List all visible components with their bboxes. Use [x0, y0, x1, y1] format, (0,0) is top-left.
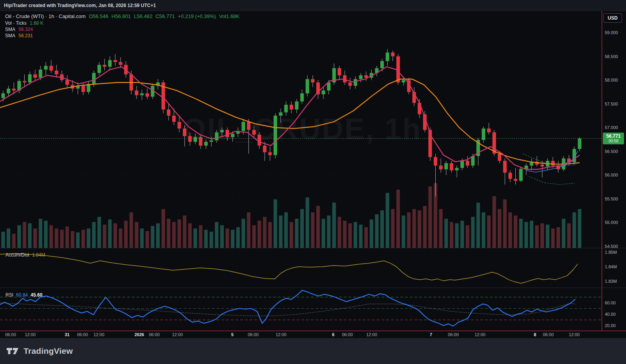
svg-text:6: 6: [332, 332, 334, 337]
svg-text:06:00: 06:00: [342, 332, 353, 337]
rsi-line: [0, 290, 575, 326]
svg-text:8: 8: [534, 332, 536, 337]
svg-text:06:00: 06:00: [77, 332, 88, 337]
attribution-text: HipiTrader created with TradingView.com,…: [4, 3, 156, 8]
close-value: C56.771: [155, 13, 175, 19]
footer-bar: TradingView: [0, 338, 626, 364]
sma-slow-legend-row: SMA 56.231: [5, 33, 239, 39]
svg-text:60.00: 60.00: [605, 300, 616, 305]
svg-text:06:00: 06:00: [543, 332, 554, 337]
price-axis-labels[interactable]: 59.00058.50058.00057.50057.00056.50056.0…: [605, 30, 618, 328]
svg-text:06:00: 06:00: [149, 332, 160, 337]
accum-dist-label[interactable]: Accum/Dist: [5, 252, 29, 258]
accum-dist-line: [0, 253, 578, 283]
attribution-bar: HipiTrader created with TradingView.com,…: [0, 0, 626, 11]
svg-text:40.00: 40.00: [605, 312, 616, 317]
sma-slow-label[interactable]: SMA: [5, 33, 15, 38]
symbol-title[interactable]: Oil - Crude (WTI) · 1h · Capital.com: [5, 13, 86, 19]
volume-indicator-label[interactable]: Vol · Ticks: [5, 20, 27, 26]
symbol-legend-row: Oil - Crude (WTI) · 1h · Capital.com O56…: [5, 13, 239, 19]
sma-fast-value: 56.324: [18, 27, 33, 32]
volume-indicator-value: 1.68 K: [30, 20, 44, 26]
svg-text:57.500: 57.500: [605, 102, 618, 106]
bar-countdown: 00:58: [603, 139, 624, 143]
svg-text:58.000: 58.000: [605, 78, 618, 82]
rsi-ma-value: 45.60: [31, 292, 42, 298]
svg-text:57.000: 57.000: [605, 125, 618, 130]
volume-bars-layer: [2, 183, 582, 248]
grid-layer: [0, 11, 602, 331]
open-value: O56.546: [89, 13, 108, 19]
svg-text:31: 31: [65, 332, 69, 337]
volume-value: Vol1.68K: [219, 13, 239, 19]
svg-text:06:00: 06:00: [248, 332, 259, 337]
last-price-value: 56.771: [603, 133, 624, 139]
svg-text:54.500: 54.500: [605, 244, 618, 249]
svg-text:12:00: 12:00: [276, 332, 287, 337]
currency-button[interactable]: USD: [603, 13, 622, 23]
svg-text:58.500: 58.500: [605, 54, 618, 59]
svg-text:20.00: 20.00: [605, 323, 616, 328]
tradingview-logo-icon[interactable]: [6, 346, 20, 356]
tradingview-wordmark[interactable]: TradingView: [24, 346, 73, 356]
svg-text:12:00: 12:00: [25, 332, 36, 337]
accum-dist-value: 1.84M: [32, 252, 45, 258]
svg-text:1.83M: 1.83M: [605, 279, 617, 284]
rsi-value: 60.84: [16, 292, 28, 298]
svg-text:12:00: 12:00: [93, 332, 104, 337]
change-value: +0.219 (+0.39%): [178, 13, 216, 19]
svg-text:55.500: 55.500: [605, 197, 618, 201]
svg-text:55.000: 55.000: [605, 220, 618, 225]
high-value: H56.801: [111, 13, 131, 19]
svg-text:56.500: 56.500: [605, 149, 618, 154]
tradingview-snapshot: { "header": {"attribution": "HipiTrader …: [0, 0, 626, 364]
rsi-legend: RSI 60.84 45.60: [5, 292, 42, 298]
last-price-label[interactable]: 56.771 00:58: [603, 133, 624, 144]
svg-text:1.85M: 1.85M: [605, 250, 617, 255]
sma-fast-legend-row: SMA 56.324: [5, 26, 239, 33]
svg-text:2026: 2026: [135, 332, 144, 337]
svg-text:12:00: 12:00: [172, 332, 183, 337]
accum-dist-legend: Accum/Dist 1.84M: [5, 252, 45, 258]
sma-slow-value: 56.231: [18, 33, 33, 38]
symbol-watermark: OIL_CRUDE, 1h: [183, 112, 422, 146]
sma-fast-label[interactable]: SMA: [5, 27, 15, 32]
svg-text:12:00: 12:00: [475, 332, 485, 337]
time-axis-labels[interactable]: 06:0012:003106:0012:00202606:0012:00506:…: [5, 332, 580, 337]
rsi-ma-line: [0, 303, 575, 316]
svg-text:12:00: 12:00: [366, 332, 377, 337]
chart-legend: Oil - Crude (WTI) · 1h · Capital.com O56…: [5, 13, 239, 39]
low-value: L56.482: [134, 13, 152, 19]
svg-text:5: 5: [231, 332, 234, 337]
volume-legend-row: Vol · Ticks 1.68 K: [5, 20, 239, 26]
mini-lower-band-line: [529, 177, 575, 185]
svg-text:06:00: 06:00: [5, 332, 16, 337]
svg-text:56.000: 56.000: [605, 173, 618, 177]
svg-text:59.000: 59.000: [605, 30, 618, 35]
svg-text:1.84M: 1.84M: [605, 264, 617, 269]
svg-text:12:00: 12:00: [569, 332, 580, 337]
svg-text:06:00: 06:00: [448, 332, 459, 337]
svg-text:7: 7: [430, 332, 432, 337]
rsi-label[interactable]: RSI: [5, 292, 13, 298]
chart-canvas[interactable]: OIL_CRUDE, 1h59.00058.50058.00057.50057.…: [0, 0, 626, 364]
